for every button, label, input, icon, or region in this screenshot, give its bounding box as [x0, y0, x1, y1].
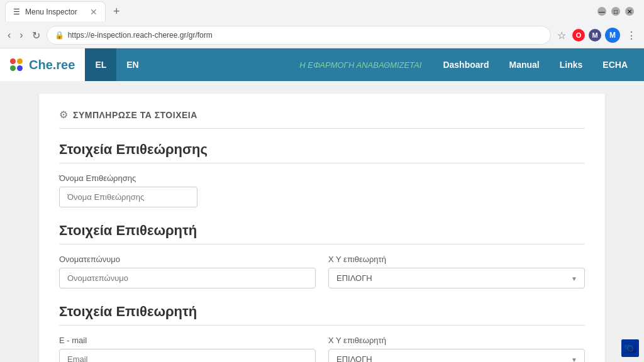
inspector2-xy-label: Χ Υ επιθεωρητή — [328, 336, 585, 345]
opera-icon: O — [572, 29, 585, 41]
inspection-section-title: Στοιχεία Επιθεώρησης — [59, 141, 585, 163]
forward-button[interactable]: › — [17, 27, 25, 43]
inspector2-section-title: Στοιχεία Επιθεωρητή — [59, 304, 585, 326]
extension-icon: M — [589, 29, 601, 41]
nav-echa[interactable]: ECHA — [594, 55, 636, 75]
inspector2-section: Στοιχεία Επιθεωρητή E - mail Χ Υ επιθεωρ… — [59, 304, 585, 362]
lang-en-button[interactable]: EN — [116, 48, 148, 81]
nav-links[interactable]: Links — [551, 55, 592, 75]
address-bar[interactable]: 🔒 https://e-inspection.reach-cheree.gr/g… — [47, 26, 551, 45]
inspector1-xy-select-wrapper: ΕΠΙΛΟΓΗ — [328, 268, 585, 288]
language-switcher: EL EN — [85, 48, 148, 81]
inspector2-xy-select-wrapper: ΕΠΙΛΟΓΗ — [328, 349, 585, 362]
profile-icon[interactable]: M — [605, 28, 620, 43]
logo-circle-orange — [17, 58, 23, 64]
nav-dashboard[interactable]: Dashboard — [434, 55, 497, 75]
navbar: Che.ree EL EN Η ΕΦΑΡΜΟΓΗ ΑΝΑΒΑΘΜΙΖΕΤΑΙ D… — [0, 48, 644, 81]
tab-icon: ☰ — [13, 8, 20, 16]
inspector1-name-col: Ονοματεπώνυμο — [59, 255, 316, 288]
section-header: ⚙ ΣΥΜΠΛΗΡΩΣΕ ΤΑ ΣΤΟΙΧΕΙΑ — [59, 109, 585, 129]
logo-circle-red — [10, 58, 16, 64]
app-status: Η ΕΦΑΡΜΟΓΗ ΑΝΑΒΑΘΜΙΖΕΤΑΙ — [287, 60, 434, 70]
inspector2-email-label: E - mail — [59, 336, 316, 345]
menu-icon[interactable]: ⋮ — [624, 27, 639, 44]
logo-text: Che.ree — [29, 58, 75, 72]
inspection-section: Στοιχεία Επιθεώρησης Όνομα Επιθεώρησης — [59, 141, 585, 207]
inspector1-section-title: Στοιχεία Επιθεωρητή — [59, 222, 585, 244]
inspector1-xy-select[interactable]: ΕΠΙΛΟΓΗ — [328, 268, 585, 288]
logo-circles — [10, 58, 23, 71]
inspector1-xy-col: Χ Υ επιθεωρητή ΕΠΙΛΟΓΗ — [328, 255, 585, 288]
bookmark-icon[interactable]: ☆ — [555, 27, 569, 44]
maximize-button[interactable]: □ — [611, 7, 620, 16]
inspector2-row: E - mail Χ Υ επιθεωρητή ΕΠΙΛΟΓΗ — [59, 336, 585, 362]
section-header-title: ΣΥΜΠΛΗΡΩΣΕ ΤΑ ΣΤΟΙΧΕΙΑ — [73, 110, 197, 120]
minimize-button[interactable]: — — [597, 7, 606, 16]
nav-links: Dashboard Manual Links ECHA — [434, 55, 644, 75]
inspection-name-input[interactable] — [59, 187, 197, 207]
new-tab-button[interactable]: + — [108, 3, 125, 21]
logo-circle-green — [10, 65, 16, 71]
inspector1-section: Στοιχεία Επιθεωρητή Ονοματεπώνυμο Χ Υ επ… — [59, 222, 585, 288]
inspection-name-group: Όνομα Επιθεώρησης — [59, 173, 585, 207]
tab-close-button[interactable]: ✕ — [90, 7, 97, 17]
inspector2-email-col: E - mail — [59, 336, 316, 362]
inspector2-email-input[interactable] — [59, 349, 316, 362]
inspector1-name-input[interactable] — [59, 268, 316, 288]
url-display: https://e-inspection.reach-cheree.gr/gr/… — [68, 31, 543, 40]
browser-tab[interactable]: ☰ Menu Inspector ✕ — [5, 1, 106, 21]
lang-el-button[interactable]: EL — [85, 48, 116, 81]
reload-button[interactable]: ↻ — [30, 27, 43, 44]
inspection-name-label: Όνομα Επιθεώρησης — [59, 173, 585, 183]
settings-icon: ⚙ — [59, 109, 68, 121]
logo: Che.ree — [10, 58, 75, 72]
nav-manual[interactable]: Manual — [501, 55, 548, 75]
inspector1-name-label: Ονοματεπώνυμο — [59, 255, 316, 264]
eu-flag: 🇪🇺 — [621, 339, 639, 357]
inspector1-xy-label: Χ Υ επιθεωρητή — [328, 255, 585, 264]
logo-area: Che.ree — [0, 48, 85, 81]
back-button[interactable]: ‹ — [5, 27, 13, 43]
inspector2-xy-select[interactable]: ΕΠΙΛΟΓΗ — [328, 349, 585, 362]
tab-title: Menu Inspector — [25, 8, 77, 16]
inspector2-xy-col: Χ Υ επιθεωρητή ΕΠΙΛΟΓΗ — [328, 336, 585, 362]
main-content: ⚙ ΣΥΜΠΛΗΡΩΣΕ ΤΑ ΣΤΟΙΧΕΙΑ Στοιχεία Επιθεώ… — [39, 94, 605, 362]
close-button[interactable]: ✕ — [625, 7, 634, 16]
security-lock-icon: 🔒 — [55, 31, 64, 40]
logo-circle-blue — [17, 65, 23, 71]
inspector1-row: Ονοματεπώνυμο Χ Υ επιθεωρητή ΕΠΙΛΟΓΗ — [59, 255, 585, 288]
